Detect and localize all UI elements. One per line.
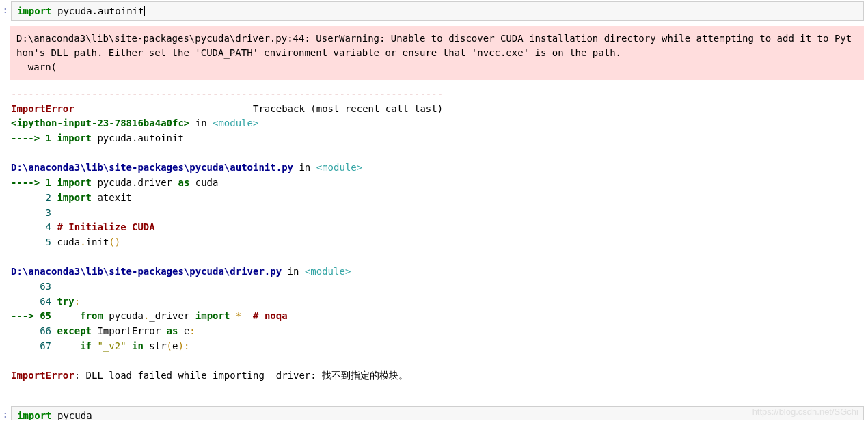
- cell-1-input: : import pycuda.autoinit: [0, 0, 868, 22]
- dot: .: [80, 236, 85, 247]
- kw-as: as: [167, 325, 178, 336]
- keyword-import: import: [17, 410, 52, 420]
- tb-lineno: 64: [11, 296, 57, 307]
- tb-lineno: 63: [11, 281, 57, 292]
- kw-from: from: [80, 310, 103, 321]
- comment: # noqa: [253, 310, 288, 321]
- code-text: pycuda: [103, 310, 144, 321]
- code-text: cuda: [189, 177, 218, 188]
- stderr-warning: D:\anaconda3\lib\site-packages\pycuda\dr…: [10, 26, 864, 80]
- kw-if: if: [80, 340, 92, 351]
- code-input[interactable]: import pycuda: [11, 406, 864, 420]
- code-text: pycuda.driver: [92, 177, 178, 188]
- code-text: ImportError: [92, 325, 167, 336]
- tb-lineno: 67: [11, 340, 80, 351]
- tb-header: Traceback (most recent call last): [74, 103, 443, 114]
- star: *: [230, 310, 253, 321]
- tb-module-tag: <module>: [305, 266, 351, 277]
- kw-import: import: [57, 192, 92, 203]
- tb-arrow: ---->: [11, 133, 46, 144]
- code-text: init: [86, 236, 109, 247]
- colon: :: [74, 296, 80, 307]
- code-text: _driver: [149, 310, 195, 321]
- cell-divider: [0, 403, 868, 403]
- final-error-msg: : DLL load failed while importing _drive…: [74, 370, 408, 381]
- tb-error-name: ImportError: [11, 103, 74, 114]
- string-literal: "_v2": [92, 340, 132, 351]
- tb-arrow: ---->: [11, 177, 46, 188]
- colon: :: [184, 340, 189, 351]
- cell-1-output: D:\anaconda3\lib\site-packages\pycuda\dr…: [0, 26, 868, 390]
- traceback-block: ----------------------------------------…: [0, 87, 868, 390]
- cell-2-input: : import pycuda: [0, 405, 868, 420]
- code-text: str: [144, 340, 167, 351]
- final-error-name: ImportError: [11, 370, 74, 381]
- tb-module-tag: <module>: [213, 118, 258, 128]
- parens: (): [109, 236, 120, 247]
- tb-separator: ----------------------------------------…: [11, 88, 443, 99]
- tb-frame2-path: D:\anaconda3\lib\site-packages\pycuda\au…: [11, 162, 293, 173]
- tb-in: in: [293, 162, 316, 173]
- tb-frame3-path: D:\anaconda3\lib\site-packages\pycuda\dr…: [11, 266, 282, 277]
- tb-arrow: --->: [11, 310, 40, 321]
- tb-lineno: 66: [11, 325, 57, 336]
- code-text: pycuda.autoinit: [92, 133, 184, 144]
- kw-import: import: [57, 177, 92, 188]
- warning-line-2: warn(: [16, 62, 57, 72]
- paren-open: (: [167, 340, 172, 351]
- tb-lineno: 65: [40, 310, 80, 321]
- code-text: atexit: [92, 192, 132, 203]
- code-text: e: [178, 325, 189, 336]
- kw-try: try: [57, 296, 74, 307]
- tb-module-tag: <module>: [316, 162, 362, 173]
- code-text: pycuda: [52, 410, 92, 420]
- comment: # Initialize CUDA: [57, 221, 154, 232]
- code-input[interactable]: import pycuda.autoinit: [11, 1, 864, 21]
- code-text: cuda: [57, 236, 80, 247]
- warning-line-1: D:\anaconda3\lib\site-packages\pycuda\dr…: [16, 33, 852, 58]
- tb-lineno: 1: [46, 177, 57, 188]
- input-prompt: :: [1, 406, 11, 420]
- colon: :: [189, 325, 195, 336]
- tb-lineno: 2: [11, 192, 57, 203]
- kw-import: import: [57, 133, 92, 144]
- tb-lineno: 4: [11, 221, 57, 232]
- tb-in: in: [282, 266, 305, 277]
- tb-lineno: 3: [11, 207, 57, 218]
- tb-lineno: 1: [46, 133, 57, 144]
- kw-in: in: [132, 340, 144, 351]
- code-text: pycuda.autoinit: [52, 5, 144, 16]
- input-prompt: :: [1, 1, 11, 15]
- keyword-import: import: [17, 5, 52, 16]
- caret: [144, 6, 145, 16]
- kw-as: as: [178, 177, 189, 188]
- kw-except: except: [57, 325, 92, 336]
- paren-close: ): [178, 340, 183, 351]
- tb-frame1-loc: <ipython-input-23-78816ba4a0fc>: [11, 118, 189, 128]
- tb-in: in: [189, 118, 213, 128]
- kw-import: import: [195, 310, 230, 321]
- tb-lineno: 5: [11, 236, 57, 247]
